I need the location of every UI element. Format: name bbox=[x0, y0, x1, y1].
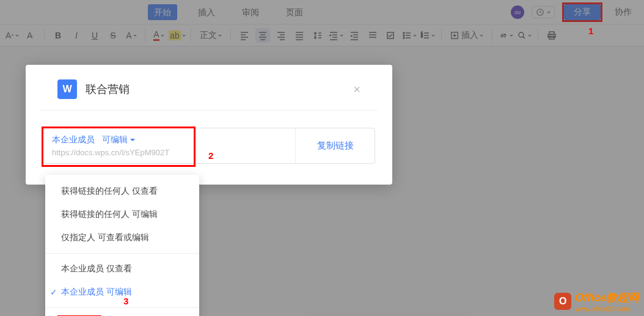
share-url: https://docs.wps.cn/l/sYEpM902T bbox=[52, 148, 287, 157]
close-icon[interactable]: × bbox=[353, 83, 360, 97]
watermark-icon: O bbox=[554, 293, 571, 310]
dialog-title: 联合营销 bbox=[86, 82, 130, 97]
annotation-label-1: 1 bbox=[588, 26, 593, 36]
permission-dropdown[interactable]: 本企业成员 可编辑 bbox=[52, 134, 287, 145]
perm-option-anyone-view[interactable]: 获得链接的任何人 仅查看 bbox=[45, 180, 199, 203]
copy-link-button[interactable]: 复制链接 bbox=[295, 128, 375, 163]
chevron-down-icon bbox=[130, 139, 135, 144]
perm-option-specified[interactable]: 仅指定人 可查看或编辑 bbox=[45, 226, 199, 249]
cancel-share-option[interactable]: 取消共享 bbox=[45, 312, 199, 316]
perm-option-org-edit[interactable]: ✓本企业成员 可编辑 bbox=[45, 281, 199, 304]
permission-dropdown-menu: 获得链接的任何人 仅查看 获得链接的任何人 可编辑 仅指定人 可查看或编辑 本企… bbox=[45, 175, 199, 316]
perm-option-anyone-edit[interactable]: 获得链接的任何人 可编辑 bbox=[45, 203, 199, 226]
doc-type-icon: W bbox=[57, 79, 77, 99]
share-dialog: W 联合营销 × 本企业成员 可编辑 https://docs.wps.cn/l… bbox=[26, 65, 392, 185]
annotation-box-2 bbox=[42, 127, 196, 167]
check-icon: ✓ bbox=[50, 287, 57, 297]
annotation-label-2: 2 bbox=[208, 150, 213, 161]
watermark: O Office教程网 www.office26.com bbox=[554, 290, 639, 312]
perm-option-org-view[interactable]: 本企业成员 仅查看 bbox=[45, 257, 199, 281]
annotation-label-3: 3 bbox=[123, 296, 128, 306]
share-permission-cell: 本企业成员 可编辑 https://docs.wps.cn/l/sYEpM902… bbox=[43, 128, 295, 163]
